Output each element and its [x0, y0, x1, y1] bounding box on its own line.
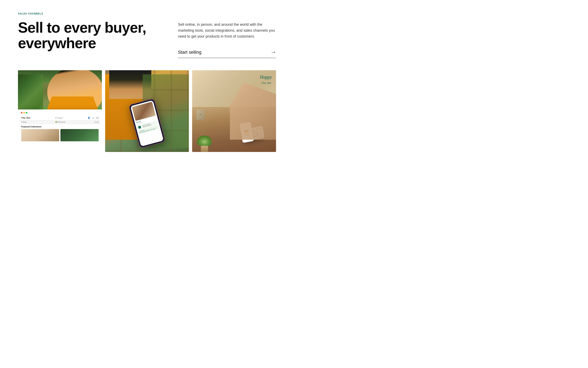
browser-dot-red [21, 112, 22, 114]
search-icon [55, 117, 57, 119]
user-icon: 👤 [88, 117, 90, 119]
browser-dot-green [26, 112, 27, 114]
image-card-2: The Sill New York City The Sill is nearb… [105, 70, 189, 152]
page-container: SALES CHANNELS Sell to every buyer, ever… [0, 0, 294, 164]
nav-resources: 🌿 Resources [55, 121, 65, 123]
succulent-container [197, 136, 211, 152]
product-image-2 [60, 129, 99, 141]
browser-icons: 👤 🛒 (0) [88, 117, 99, 119]
tote-brand-text: The Sill [262, 82, 271, 84]
hero-title: Sell to every buyer, everywhere [18, 20, 160, 51]
cta-text: Start selling [178, 50, 201, 55]
hero-section: Sell to every buyer, everywhere Sell onl… [18, 20, 276, 58]
start-selling-link[interactable]: Start selling → [178, 49, 276, 58]
browser-nav: The Sill Search 👤 🛒 (0) [20, 116, 100, 120]
browser-mockup: The Sill Search 👤 🛒 (0) ≡ Shop [18, 110, 102, 152]
images-grid: The Sill Search 👤 🛒 (0) ≡ Shop [18, 70, 276, 152]
image-card-1: The Sill Search 👤 🛒 (0) ≡ Shop [18, 70, 102, 152]
browser-search: Search [55, 117, 63, 119]
section-label: SALES CHANNELS [18, 12, 276, 15]
product-image-1 [21, 129, 59, 141]
branded-box-letter: M [200, 114, 201, 115]
cart-icon: 🛒 [92, 117, 94, 119]
tote-text-happy: Happy [260, 74, 272, 80]
image-card-3: Happy The Sill [192, 70, 276, 152]
hero-right: Sell online, in person, and around the w… [178, 20, 276, 58]
notification-text: The Sill is nearbyTap to see products [142, 123, 152, 128]
browser-sub-nav: ≡ Shop 🌿 Resources 🛒 (0) [20, 120, 100, 124]
hero-left: Sell to every buyer, everywhere [18, 20, 160, 51]
browser-topbar [20, 111, 100, 114]
browser-featured-label: Featured Collections [21, 126, 99, 128]
plant-pot [201, 146, 208, 152]
browser-brand: The Sill [21, 117, 30, 119]
succulent-plant [197, 136, 211, 146]
branded-box: M [196, 110, 205, 120]
nav-shop: ≡ Shop [21, 121, 27, 123]
cta-arrow-icon: → [271, 49, 276, 55]
nav-cart2: 🛒 (0) [94, 121, 99, 123]
browser-products [21, 129, 99, 141]
hero-description: Sell online, in person, and around the w… [178, 22, 276, 39]
browser-content: Featured Collections [20, 124, 100, 143]
browser-dot-yellow [23, 112, 25, 114]
notification-icon [138, 126, 141, 129]
